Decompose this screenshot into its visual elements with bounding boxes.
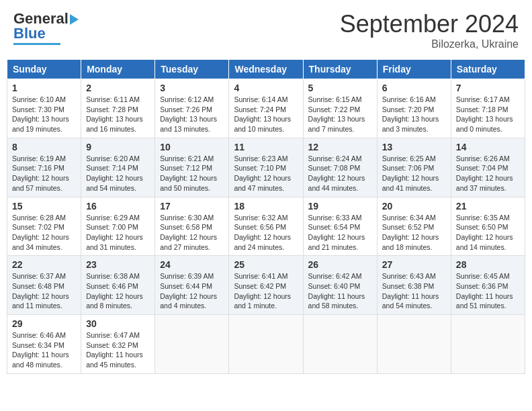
month-title: September 2024 <box>340 10 519 38</box>
cell-info: Sunrise: 6:17 AMSunset: 7:18 PMDaylight:… <box>456 95 513 133</box>
table-row: 3 Sunrise: 6:12 AMSunset: 7:26 PMDayligh… <box>155 79 229 138</box>
table-row: 11 Sunrise: 6:23 AMSunset: 7:10 PMDaylig… <box>229 138 303 197</box>
day-number: 3 <box>160 83 224 93</box>
table-row: 29 Sunrise: 6:46 AMSunset: 6:34 PMDaylig… <box>7 315 81 374</box>
cell-info: Sunrise: 6:28 AMSunset: 7:02 PMDaylight:… <box>12 214 69 251</box>
calendar-week-row: 29 Sunrise: 6:46 AMSunset: 6:34 PMDaylig… <box>7 315 525 374</box>
calendar-header-monday: Monday <box>81 60 155 79</box>
title-block: September 2024 Bilozerka, Ukraine <box>340 10 519 50</box>
day-number: 9 <box>86 142 150 152</box>
cell-info: Sunrise: 6:33 AMSunset: 6:54 PMDaylight:… <box>308 214 365 251</box>
calendar-header-saturday: Saturday <box>451 60 525 79</box>
table-row: 15 Sunrise: 6:28 AMSunset: 7:02 PMDaylig… <box>7 197 81 256</box>
table-row: 30 Sunrise: 6:47 AMSunset: 6:32 PMDaylig… <box>81 315 155 374</box>
cell-info: Sunrise: 6:39 AMSunset: 6:44 PMDaylight:… <box>160 272 217 310</box>
cell-info: Sunrise: 6:19 AMSunset: 7:16 PMDaylight:… <box>12 154 69 192</box>
day-number: 23 <box>86 259 150 270</box>
table-row: 8 Sunrise: 6:19 AMSunset: 7:16 PMDayligh… <box>7 138 81 197</box>
cell-info: Sunrise: 6:29 AMSunset: 7:00 PMDaylight:… <box>86 214 143 251</box>
cell-info: Sunrise: 6:37 AMSunset: 6:48 PMDaylight:… <box>12 272 69 310</box>
day-number: 7 <box>456 83 520 93</box>
table-row: 22 Sunrise: 6:37 AMSunset: 6:48 PMDaylig… <box>7 256 81 315</box>
day-number: 11 <box>234 142 298 152</box>
table-row: 19 Sunrise: 6:33 AMSunset: 6:54 PMDaylig… <box>303 197 377 256</box>
day-number: 15 <box>12 201 76 212</box>
cell-info: Sunrise: 6:38 AMSunset: 6:46 PMDaylight:… <box>86 272 143 310</box>
day-number: 22 <box>12 259 76 270</box>
cell-info: Sunrise: 6:42 AMSunset: 6:40 PMDaylight:… <box>308 272 365 310</box>
day-number: 28 <box>456 259 520 270</box>
logo-blue-text: Blue <box>13 25 46 42</box>
cell-info: Sunrise: 6:47 AMSunset: 6:32 PMDaylight:… <box>86 331 143 369</box>
table-row: 20 Sunrise: 6:34 AMSunset: 6:52 PMDaylig… <box>377 197 451 256</box>
calendar-week-row: 15 Sunrise: 6:28 AMSunset: 7:02 PMDaylig… <box>7 197 525 256</box>
cell-info: Sunrise: 6:21 AMSunset: 7:12 PMDaylight:… <box>160 154 217 192</box>
table-row: 23 Sunrise: 6:38 AMSunset: 6:46 PMDaylig… <box>81 256 155 315</box>
table-row <box>451 315 525 374</box>
cell-info: Sunrise: 6:20 AMSunset: 7:14 PMDaylight:… <box>86 154 143 192</box>
day-number: 18 <box>234 201 298 212</box>
cell-info: Sunrise: 6:24 AMSunset: 7:08 PMDaylight:… <box>308 154 365 192</box>
calendar-header-wednesday: Wednesday <box>229 60 303 79</box>
calendar-header-row: SundayMondayTuesdayWednesdayThursdayFrid… <box>7 60 525 79</box>
calendar-table: SundayMondayTuesdayWednesdayThursdayFrid… <box>7 59 525 374</box>
day-number: 1 <box>12 83 76 93</box>
cell-info: Sunrise: 6:15 AMSunset: 7:22 PMDaylight:… <box>308 95 365 133</box>
logo-underline <box>13 43 60 45</box>
day-number: 30 <box>86 318 150 329</box>
day-number: 24 <box>160 259 224 270</box>
day-number: 29 <box>12 318 76 329</box>
table-row <box>303 315 377 374</box>
table-row: 25 Sunrise: 6:41 AMSunset: 6:42 PMDaylig… <box>229 256 303 315</box>
logo: General Blue <box>13 10 79 45</box>
table-row: 9 Sunrise: 6:20 AMSunset: 7:14 PMDayligh… <box>81 138 155 197</box>
table-row: 7 Sunrise: 6:17 AMSunset: 7:18 PMDayligh… <box>451 79 525 138</box>
cell-info: Sunrise: 6:25 AMSunset: 7:06 PMDaylight:… <box>382 154 439 192</box>
cell-info: Sunrise: 6:43 AMSunset: 6:38 PMDaylight:… <box>382 272 439 310</box>
calendar-header-sunday: Sunday <box>7 60 81 79</box>
cell-info: Sunrise: 6:14 AMSunset: 7:24 PMDaylight:… <box>234 95 291 133</box>
cell-info: Sunrise: 6:26 AMSunset: 7:04 PMDaylight:… <box>456 154 513 192</box>
day-number: 16 <box>86 201 150 212</box>
table-row: 21 Sunrise: 6:35 AMSunset: 6:50 PMDaylig… <box>451 197 525 256</box>
day-number: 17 <box>160 201 224 212</box>
table-row: 4 Sunrise: 6:14 AMSunset: 7:24 PMDayligh… <box>229 79 303 138</box>
calendar-week-row: 22 Sunrise: 6:37 AMSunset: 6:48 PMDaylig… <box>7 256 525 315</box>
cell-info: Sunrise: 6:23 AMSunset: 7:10 PMDaylight:… <box>234 154 291 192</box>
day-number: 26 <box>308 259 372 270</box>
calendar-week-row: 8 Sunrise: 6:19 AMSunset: 7:16 PMDayligh… <box>7 138 525 197</box>
day-number: 12 <box>308 142 372 152</box>
cell-info: Sunrise: 6:35 AMSunset: 6:50 PMDaylight:… <box>456 214 513 251</box>
table-row: 17 Sunrise: 6:30 AMSunset: 6:58 PMDaylig… <box>155 197 229 256</box>
table-row: 27 Sunrise: 6:43 AMSunset: 6:38 PMDaylig… <box>377 256 451 315</box>
day-number: 10 <box>160 142 224 152</box>
cell-info: Sunrise: 6:34 AMSunset: 6:52 PMDaylight:… <box>382 214 439 251</box>
cell-info: Sunrise: 6:45 AMSunset: 6:36 PMDaylight:… <box>456 272 513 310</box>
day-number: 4 <box>234 83 298 93</box>
cell-info: Sunrise: 6:41 AMSunset: 6:42 PMDaylight:… <box>234 272 291 310</box>
table-row: 28 Sunrise: 6:45 AMSunset: 6:36 PMDaylig… <box>451 256 525 315</box>
cell-info: Sunrise: 6:11 AMSunset: 7:28 PMDaylight:… <box>86 95 143 133</box>
table-row: 2 Sunrise: 6:11 AMSunset: 7:28 PMDayligh… <box>81 79 155 138</box>
logo-arrow-icon <box>70 14 79 25</box>
table-row: 1 Sunrise: 6:10 AMSunset: 7:30 PMDayligh… <box>7 79 81 138</box>
day-number: 13 <box>382 142 446 152</box>
day-number: 19 <box>308 201 372 212</box>
table-row <box>155 315 229 374</box>
table-row: 12 Sunrise: 6:24 AMSunset: 7:08 PMDaylig… <box>303 138 377 197</box>
table-row <box>229 315 303 374</box>
day-number: 25 <box>234 259 298 270</box>
day-number: 8 <box>12 142 76 152</box>
cell-info: Sunrise: 6:10 AMSunset: 7:30 PMDaylight:… <box>12 95 69 133</box>
table-row <box>377 315 451 374</box>
cell-info: Sunrise: 6:30 AMSunset: 6:58 PMDaylight:… <box>160 214 217 251</box>
table-row: 24 Sunrise: 6:39 AMSunset: 6:44 PMDaylig… <box>155 256 229 315</box>
calendar-header-thursday: Thursday <box>303 60 377 79</box>
cell-info: Sunrise: 6:12 AMSunset: 7:26 PMDaylight:… <box>160 95 217 133</box>
calendar-header-tuesday: Tuesday <box>155 60 229 79</box>
day-number: 6 <box>382 83 446 93</box>
location-subtitle: Bilozerka, Ukraine <box>340 38 519 50</box>
cell-info: Sunrise: 6:16 AMSunset: 7:20 PMDaylight:… <box>382 95 439 133</box>
table-row: 10 Sunrise: 6:21 AMSunset: 7:12 PMDaylig… <box>155 138 229 197</box>
day-number: 27 <box>382 259 446 270</box>
